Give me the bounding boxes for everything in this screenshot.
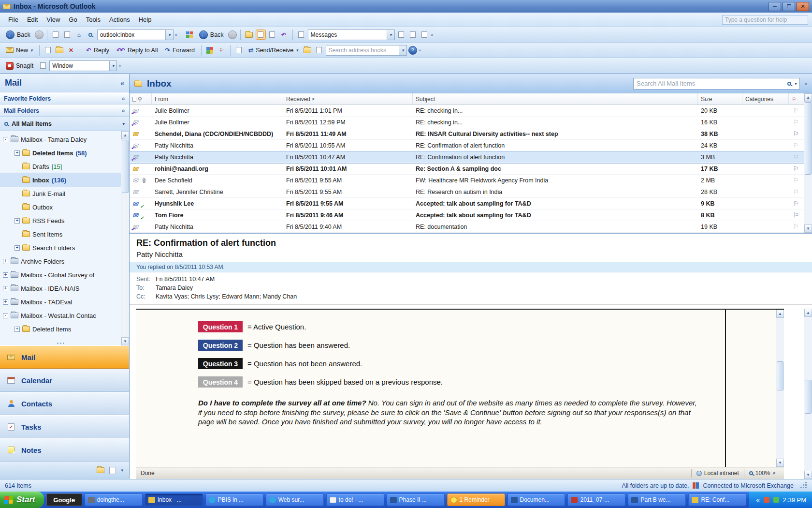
toolbar-overflow[interactable]: »	[118, 63, 121, 68]
search-address-books-combo[interactable]: ▾	[326, 45, 407, 56]
expand-toggle[interactable]: +	[3, 286, 8, 291]
expand-query-builder[interactable]: »	[805, 81, 807, 86]
folder-mailbox-idea-nais[interactable]: + Mailbox - IDEA-NAIS	[0, 282, 121, 295]
sidebar-item-mail[interactable]: Mail	[0, 345, 129, 369]
undo-button[interactable]: ↶	[279, 30, 289, 40]
flag-icon[interactable]: ⚐	[789, 165, 803, 172]
expand-toggle[interactable]: +	[3, 299, 8, 305]
folder-list-button[interactable]	[97, 467, 104, 473]
collapse-toggle[interactable]: -	[3, 137, 8, 142]
field-chooser-button[interactable]	[396, 30, 406, 40]
configure-buttons-dropdown[interactable]: ▾	[121, 468, 123, 473]
message-row[interactable]: ✉↶ Patty Nicchitta Fri 8/5/2011 9:40 AM …	[130, 221, 812, 233]
search-box[interactable]: ▾	[633, 78, 800, 90]
minimize-navpane-button[interactable]: «	[120, 79, 124, 87]
search-books-dropdown[interactable]: ▾	[399, 45, 406, 55]
folder-archive-folders[interactable]: + Archive Folders	[0, 254, 121, 268]
zoom-control[interactable]: 100% ▾	[744, 469, 780, 478]
scroll-up-arrow[interactable]: ▲	[776, 310, 784, 318]
view-input[interactable]	[311, 31, 387, 38]
scroll-down-arrow[interactable]: ▼	[121, 337, 129, 345]
flag-icon[interactable]: ⚐	[789, 177, 803, 184]
message-list-scrollbar[interactable]: ▲ ▼	[804, 93, 812, 233]
minimize-button[interactable]: ─	[768, 2, 781, 11]
web-forward-button[interactable]: →	[35, 30, 44, 39]
forward-button[interactable]: ↷ Forward	[162, 45, 198, 55]
column-categories[interactable]: Categories	[742, 93, 789, 105]
refresh-icon[interactable]	[62, 30, 72, 40]
flag-icon[interactable]: ⚐	[789, 211, 803, 219]
folder-search-folders[interactable]: + Search Folders	[0, 241, 121, 254]
tray-icon[interactable]	[764, 497, 769, 503]
folder-rss-feeds[interactable]: + RSS Feeds	[0, 214, 121, 227]
mail-folders-header[interactable]: Mail Folders «	[0, 105, 129, 117]
toolbar-overflow[interactable]: »	[419, 48, 421, 53]
taskbar-button[interactable]: RE: Conf...	[688, 493, 746, 506]
tools-button[interactable]	[420, 30, 430, 40]
snagit-profile-input[interactable]	[52, 62, 109, 69]
folder-sent-items[interactable]: Sent Items	[0, 227, 121, 241]
column-size[interactable]: Size	[698, 93, 742, 105]
scroll-up-arrow[interactable]: ▲	[121, 131, 129, 139]
form-forward-button[interactable]: →	[228, 30, 237, 39]
column-subject[interactable]: Subject	[413, 93, 698, 105]
address-combo[interactable]: ▾	[97, 30, 174, 40]
chevron-down-icon[interactable]: ▾	[122, 121, 125, 126]
categorize-button[interactable]	[205, 45, 215, 55]
sidebar-item-notes[interactable]: Notes	[0, 438, 129, 462]
message-row[interactable]: ✉✓ Tom Fiore Fri 8/5/2011 9:46 AM Accept…	[130, 209, 812, 221]
folder-drafts[interactable]: Drafts [15]	[0, 160, 121, 173]
google-deskbar[interactable]: Google	[46, 493, 82, 506]
toolbar-overflow[interactable]: »	[175, 32, 177, 37]
folder-outbox[interactable]: Outbox	[0, 200, 121, 214]
column-flag[interactable]: ⚐	[789, 93, 803, 105]
reply-all-button[interactable]: ↶ ↶ Reply to All	[114, 45, 161, 55]
search-address-books-input[interactable]	[329, 47, 399, 54]
contact-card-button[interactable]	[234, 45, 244, 55]
message-row[interactable]: ✉ Sarrett, Jennifer Christine Fri 8/5/20…	[130, 186, 812, 198]
message-row[interactable]: ✉ rohini@naandi.org Fri 8/5/2011 10:01 A…	[130, 163, 812, 175]
message-row[interactable]: ✉↶ Julie Bollmer Fri 8/5/2011 1:01 PM RE…	[130, 105, 812, 117]
document-scrollbar[interactable]: ▲ ▼	[776, 310, 784, 467]
sidebar-item-contacts[interactable]: Contacts	[0, 392, 129, 415]
flag-icon[interactable]: ⚐	[789, 223, 803, 230]
taskbar-button[interactable]: doingthe...	[85, 493, 143, 506]
address-dropdown[interactable]: ▾	[165, 30, 173, 40]
scroll-thumb[interactable]	[805, 380, 812, 414]
chevron-down-icon[interactable]: ▾	[794, 81, 797, 86]
menu-edit[interactable]: Edit	[23, 14, 42, 25]
message-row[interactable]: ✉✓ Hyunshik Lee Fri 8/5/2011 9:55 AM Acc…	[130, 198, 812, 209]
help-question-box[interactable]	[722, 15, 808, 25]
expand-toggle[interactable]: +	[14, 245, 20, 251]
folder-mailbox-global-survey[interactable]: + Mailbox - Global Survey of	[0, 268, 121, 282]
folder-mailbox-tadeval[interactable]: + Mailbox - TADEval	[0, 295, 121, 309]
address-book-button[interactable]	[314, 45, 324, 55]
folder-inbox[interactable]: Inbox (136)	[0, 173, 121, 187]
favorite-folders-header[interactable]: Favorite Folders «	[0, 92, 129, 105]
shortcuts-button[interactable]	[109, 467, 116, 474]
scroll-down-arrow[interactable]: ▼	[776, 459, 784, 467]
all-mail-items-selector[interactable]: All Mail Items ▾	[0, 117, 129, 131]
column-received[interactable]: Received▾	[283, 93, 413, 105]
column-from[interactable]: From	[152, 93, 283, 105]
collapse-toggle[interactable]: -	[3, 313, 8, 318]
folder-mailbox-tamara-daley[interactable]: - Mailbox - Tamara Daley	[0, 133, 121, 146]
help-button[interactable]: ?	[408, 46, 417, 55]
taskbar-button[interactable]: Documen...	[508, 493, 566, 506]
search-the-web-button[interactable]	[86, 30, 96, 40]
taskbar-button-active[interactable]: Inbox - ...	[145, 493, 203, 506]
folder-deleted-items[interactable]: + Deleted Items (58)	[0, 146, 121, 160]
snagit-profile-combo[interactable]: ▾	[49, 60, 117, 71]
view-combo[interactable]: ▾	[308, 30, 395, 40]
flag-icon[interactable]: ⚐	[789, 107, 803, 114]
follow-up-button[interactable]: ⚐	[217, 45, 227, 55]
menu-file[interactable]: File	[4, 14, 23, 25]
taskbar-button[interactable]: 2011_07-...	[567, 493, 625, 506]
menu-go[interactable]: Go	[64, 14, 81, 25]
taskbar-button[interactable]: to do! - ...	[326, 493, 384, 506]
taskbar-button-reminder[interactable]: 1 Reminder	[447, 493, 505, 506]
form-back-button[interactable]: ← Back	[196, 29, 227, 41]
menu-view[interactable]: View	[42, 14, 64, 25]
message-row[interactable]: ✉↶ Julie Bollmer Fri 8/5/2011 12:59 PM R…	[130, 117, 812, 128]
icon-column-header[interactable]: ⚲	[130, 93, 152, 105]
